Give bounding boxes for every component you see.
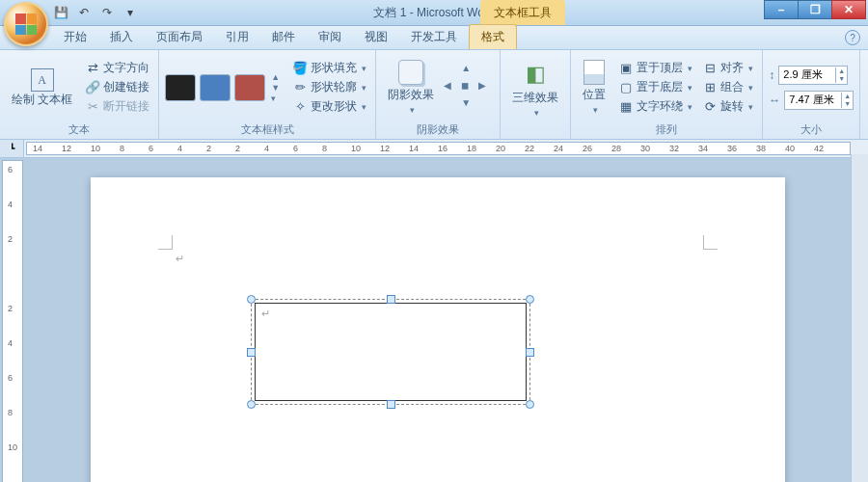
ruler-tick: 6 (8, 165, 13, 174)
style-swatch-1[interactable] (200, 74, 231, 101)
ruler-tick: 6 (149, 144, 153, 153)
paragraph-mark: ↵ (176, 253, 184, 265)
group-arrange: 位置▾ ▣置于顶层▾ ▢置于底层▾ ▦文字环绕▾ ⊟对齐▾ ⊞组合▾ ⟳旋转▾ … (571, 50, 763, 139)
ruler-tick: 14 (409, 144, 419, 153)
nudge-right-button[interactable]: ▶ (478, 80, 494, 95)
redo-icon[interactable]: ↷ (98, 4, 116, 21)
shape-fill-button[interactable]: 🪣形状填充▾ (289, 59, 369, 77)
width-input[interactable]: 7.47 厘米▲▼ (784, 91, 854, 110)
resize-handle-sw[interactable] (247, 400, 256, 409)
resize-handle-e[interactable] (526, 348, 534, 357)
text-direction-icon: ⇄ (85, 61, 100, 76)
resize-handle-w[interactable] (247, 348, 256, 357)
ruler-tick: 8 (120, 144, 124, 153)
tab-selector[interactable]: ┗ (0, 140, 24, 157)
text-direction-button[interactable]: ⇄文字方向 (82, 59, 152, 77)
width-icon: ↔ (769, 94, 780, 107)
tab-2[interactable]: 页面布局 (145, 25, 214, 49)
break-link-button[interactable]: ✂断开链接 (82, 97, 152, 116)
ruler-tick: 30 (640, 144, 650, 153)
resize-handle-s[interactable] (387, 400, 395, 409)
ruler-tick: 12 (62, 144, 71, 153)
nudge-up-button[interactable]: ▲ (461, 63, 476, 78)
rotate-button[interactable]: ⟳旋转▾ (699, 97, 756, 116)
text-wrap-icon: ▦ (618, 99, 634, 115)
selection-outline (251, 299, 530, 405)
create-link-button[interactable]: 🔗创建链接 (82, 78, 152, 96)
style-gallery-more[interactable]: ▾ (271, 94, 280, 103)
height-input[interactable]: 2.9 厘米▲▼ (778, 66, 848, 85)
resize-handle-ne[interactable] (526, 295, 534, 304)
vertical-scrollbar[interactable] (851, 154, 868, 482)
margin-corner-tr (703, 235, 718, 250)
ruler-tick: 8 (8, 408, 13, 417)
text-wrap-button[interactable]: ▦文字环绕▾ (615, 97, 695, 116)
ruler-tick: 10 (351, 144, 361, 153)
tab-0[interactable]: 开始 (52, 25, 98, 49)
maximize-button[interactable]: ❐ (798, 0, 832, 19)
ribbon: A 绘制 文本框 ⇄文字方向 🔗创建链接 ✂断开链接 文本 ▲ ▼ ▾ 🪣形状填… (0, 50, 868, 140)
vertical-ruler[interactable]: 642 246810 (2, 160, 23, 482)
draw-textbox-button[interactable]: A 绘制 文本框 (6, 67, 78, 108)
document-canvas[interactable]: ↵ ↵ (25, 158, 851, 482)
resize-handle-se[interactable] (526, 400, 534, 409)
tab-3[interactable]: 引用 (214, 25, 260, 49)
ruler-tick: 28 (611, 144, 621, 153)
qat-customize-icon[interactable]: ▾ (122, 4, 139, 21)
horizontal-ruler[interactable]: 1412108642246810121416182022242628303234… (26, 142, 851, 155)
link-icon: 🔗 (85, 80, 100, 95)
resize-handle-nw[interactable] (247, 295, 256, 304)
ruler-tick: 2 (8, 304, 13, 313)
tab-6[interactable]: 视图 (353, 25, 399, 49)
shadow-effects-button[interactable]: 阴影效果▾ (382, 58, 440, 117)
ruler-tick: 26 (583, 144, 592, 153)
ruler-tick: 10 (8, 442, 17, 452)
group-textbox-styles: ▲ ▼ ▾ 🪣形状填充▾ ✏形状轮廓▾ ✧更改形状▾ 文本框样式 (159, 50, 376, 139)
bring-front-icon: ▣ (618, 61, 634, 76)
office-button[interactable] (4, 2, 48, 46)
tab-1[interactable]: 插入 (98, 25, 145, 49)
tab-8[interactable]: 格式 (469, 24, 517, 49)
position-button[interactable]: 位置▾ (577, 58, 611, 117)
ruler-tick: 36 (727, 144, 737, 153)
tab-5[interactable]: 审阅 (307, 25, 353, 49)
style-swatch-0[interactable] (165, 74, 196, 101)
nudge-left-button[interactable]: ◀ (444, 80, 459, 95)
nudge-down-button[interactable]: ▼ (461, 97, 476, 113)
ruler-tick: 18 (467, 144, 476, 153)
threed-effects-button[interactable]: ◧ 三维效果▾ (506, 59, 564, 120)
tab-7[interactable]: 开发工具 (399, 25, 469, 49)
ruler-tick: 2 (206, 144, 211, 153)
ruler-bar: ┗ 14121086422468101214161820222426283032… (0, 140, 868, 158)
close-button[interactable]: ✕ (831, 0, 866, 19)
change-shape-icon: ✧ (292, 99, 308, 115)
minimize-button[interactable]: – (764, 0, 799, 19)
help-icon[interactable]: ? (845, 30, 860, 45)
style-gallery-down[interactable]: ▼ (271, 83, 280, 93)
text-box[interactable]: ↵ (255, 303, 527, 401)
title-bar: 💾 ↶ ↷ ▾ 文档 1 - Microsoft Word 文本框工具 – ❐ … (0, 0, 868, 26)
save-icon[interactable]: 💾 (52, 4, 69, 21)
shape-outline-button[interactable]: ✏形状轮廓▾ (289, 78, 369, 96)
window-controls: – ❐ ✕ (765, 0, 866, 19)
send-back-button[interactable]: ▢置于底层▾ (615, 78, 695, 96)
nudge-center-button[interactable]: ◼ (461, 80, 476, 95)
ruler-tick: 16 (438, 144, 448, 153)
ruler-tick: 38 (756, 144, 766, 153)
tab-4[interactable]: 邮件 (260, 25, 307, 49)
ruler-tick: 2 (8, 234, 13, 244)
undo-icon[interactable]: ↶ (75, 4, 93, 21)
group-button[interactable]: ⊞组合▾ (699, 78, 756, 96)
resize-handle-n[interactable] (387, 295, 395, 304)
ruler-tick: 20 (496, 144, 505, 153)
document-title: 文档 1 - Microsoft Word (373, 5, 494, 21)
ruler-tick: 4 (264, 144, 269, 153)
group-label-shadow: 阴影效果 (382, 121, 494, 138)
bring-front-button[interactable]: ▣置于顶层▾ (615, 59, 695, 77)
align-button[interactable]: ⊟对齐▾ (699, 59, 756, 77)
style-gallery-up[interactable]: ▲ (271, 72, 280, 82)
workspace: 642 246810 ↵ ↵ (0, 158, 868, 482)
style-swatch-2[interactable] (234, 74, 265, 101)
change-shape-button[interactable]: ✧更改形状▾ (289, 97, 369, 116)
ruler-tick: 12 (380, 144, 390, 153)
